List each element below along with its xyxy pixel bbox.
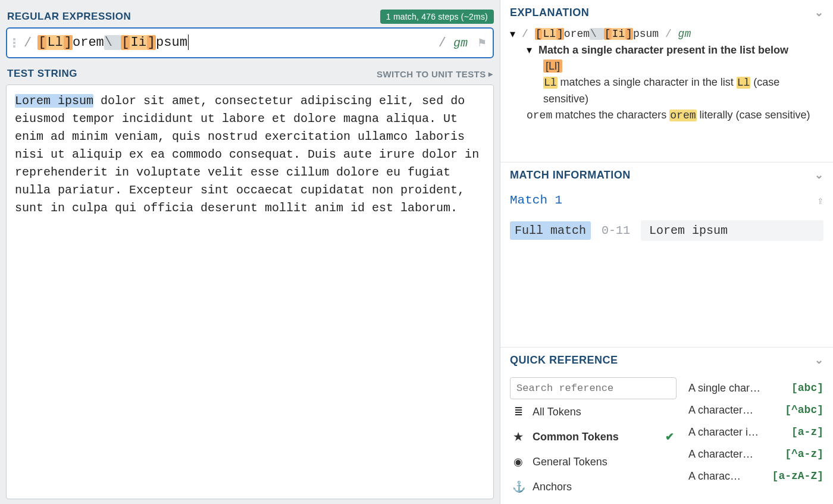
match-row: Full match 0-11 Lorem ipsum	[510, 220, 823, 241]
target-icon: ◉	[512, 455, 524, 468]
match-label: Match 1	[510, 193, 562, 207]
star-icon: ★	[512, 430, 524, 443]
test-title: TEST STRING	[7, 68, 77, 80]
chevron-down-icon[interactable]: ⌄	[815, 353, 824, 367]
qr-item[interactable]: A single char…[abc]	[688, 377, 823, 399]
match-info-panel: MATCH INFORMATION ⌄ Match 1 ⇪ Full match…	[500, 162, 833, 347]
qr-item[interactable]: A charac…[a-zA-Z]	[688, 465, 823, 487]
match-info-header[interactable]: MATCH INFORMATION ⌄	[500, 162, 833, 186]
sidebar: EXPLANATION ⌄ ▾ / [Ll]orem\ [Ii]psum / g…	[500, 0, 833, 504]
disclose-icon[interactable]: ▾	[510, 26, 518, 42]
quick-reference-items: A single char…[abc] A character…[^abc] A…	[688, 377, 823, 502]
qr-item[interactable]: A character i…[a-z]	[688, 421, 823, 443]
exp-match-single-text: Match a single character present in the …	[538, 42, 788, 58]
switch-label: SWITCH TO UNIT TESTS	[377, 69, 486, 79]
quick-reference-body: ≣ All Tokens ★ Common Tokens ✔ ◉ General…	[500, 371, 833, 504]
match-range: 0-11	[602, 224, 630, 237]
explanation-panel: EXPLANATION ⌄ ▾ / [Ll]orem\ [Ii]psum / g…	[500, 0, 833, 162]
explanation-regex-echo: ▾ / [Ll]orem\ [Ii]psum / gm	[510, 26, 823, 42]
regex-stats-badge: 1 match, 476 steps (~2ms)	[380, 10, 494, 24]
quick-reference-panel: QUICK REFERENCE ⌄ ≣ All Tokens ★ Common …	[500, 347, 833, 504]
explanation-body: ▾ / [Ll]orem\ [Ii]psum / gm ▾ Match a si…	[500, 24, 833, 162]
qr-cat-label: Anchors	[533, 481, 572, 493]
qr-item[interactable]: A character…[^abc]	[688, 399, 823, 421]
qr-item[interactable]: A character…[^a-z]	[688, 443, 823, 465]
chevron-down-icon[interactable]: ⌄	[815, 6, 824, 19]
explanation-orem: orem matches the characters orem literal…	[510, 107, 823, 124]
qr-cat-anchors[interactable]: ⚓ Anchors	[510, 474, 677, 499]
anchor-icon: ⚓	[512, 480, 524, 493]
check-icon: ✔	[665, 430, 674, 443]
main-column: REGULAR EXPRESSION 1 match, 476 steps (~…	[0, 0, 500, 504]
full-match-badge: Full match	[510, 221, 591, 240]
test-match-highlight: Lorem ipsum	[15, 94, 93, 108]
match-info-title: MATCH INFORMATION	[510, 169, 631, 181]
explanation-match-single: ▾ Match a single character present in th…	[510, 42, 823, 58]
match-info-body: Match 1 ⇪ Full match 0-11 Lorem ipsum	[500, 186, 833, 347]
chevron-down-icon[interactable]: ⌄	[815, 168, 824, 181]
match-entry-header[interactable]: Match 1 ⇪	[510, 193, 823, 207]
regex-set-2: Ii	[130, 35, 146, 50]
regex-literal-2: psum	[156, 35, 187, 50]
drag-handle-icon[interactable]	[13, 38, 20, 48]
exp-echo-content: / [Ll]orem\ [Ii]psum / gm	[522, 26, 691, 42]
exp-orem-token: orem	[527, 109, 552, 121]
explanation-title: EXPLANATION	[510, 7, 589, 19]
exp-char-class-token: [Ll]	[543, 60, 562, 73]
quick-reference-title: QUICK REFERENCE	[510, 354, 618, 367]
regex-pattern[interactable]: [Ll]orem\ [Ii]psum	[35, 34, 435, 52]
exp-ll-token: Ll	[543, 77, 558, 89]
export-icon[interactable]: ⇪	[817, 194, 823, 207]
regex-close-delim: /	[439, 36, 446, 51]
explanation-header[interactable]: EXPLANATION ⌄	[500, 0, 833, 24]
stack-icon: ≣	[512, 405, 524, 418]
regex-bracket-open-2: [	[121, 35, 130, 50]
regex-bracket-close-2: ]	[147, 35, 156, 50]
test-string-input[interactable]: Lorem ipsum dolor sit amet, consectetur …	[6, 84, 494, 499]
regex-literal-1: orem	[73, 35, 104, 50]
flag-icon[interactable]: ⚑	[477, 36, 487, 49]
qr-cat-general-tokens[interactable]: ◉ General Tokens	[510, 449, 677, 474]
test-rest-text: dolor sit amet, consectetur adipiscing e…	[15, 94, 479, 215]
regex-bracket-open-1: [	[37, 35, 46, 50]
chevron-right-icon: ▸	[488, 69, 493, 79]
qr-cat-all-tokens[interactable]: ≣ All Tokens	[510, 399, 677, 424]
qr-cat-label: General Tokens	[533, 456, 607, 468]
regex-open-delim: /	[24, 36, 32, 51]
regex-input-box[interactable]: / [Ll]orem\ [Ii]psum / gm ⚑	[6, 27, 494, 58]
regex-title: REGULAR EXPRESSION	[7, 11, 131, 23]
quick-reference-categories: ≣ All Tokens ★ Common Tokens ✔ ◉ General…	[510, 377, 677, 502]
regex-bracket-close-1: ]	[64, 35, 73, 50]
regex-esc-space: \	[104, 35, 121, 50]
qr-cat-label: All Tokens	[533, 406, 581, 418]
qr-cat-common-tokens[interactable]: ★ Common Tokens ✔	[510, 424, 677, 449]
text-cursor	[188, 35, 189, 50]
qr-cat-label: Common Tokens	[533, 431, 619, 443]
quick-reference-header[interactable]: QUICK REFERENCE ⌄	[500, 348, 833, 371]
explanation-char-class: [Ll]	[510, 58, 823, 74]
disclose-icon[interactable]: ▾	[527, 42, 535, 58]
explanation-ll: Ll matches a single character in the lis…	[510, 74, 823, 107]
test-header: TEST STRING SWITCH TO UNIT TESTS ▸	[6, 58, 494, 84]
quick-reference-search-input[interactable]	[510, 377, 677, 399]
regex-set-1: Ll	[46, 35, 63, 50]
match-value: Lorem ipsum	[641, 220, 823, 241]
regex-header: REGULAR EXPRESSION 1 match, 476 steps (~…	[6, 5, 494, 27]
regex-flags[interactable]: gm	[450, 36, 471, 50]
switch-to-unit-tests-button[interactable]: SWITCH TO UNIT TESTS ▸	[377, 69, 493, 79]
